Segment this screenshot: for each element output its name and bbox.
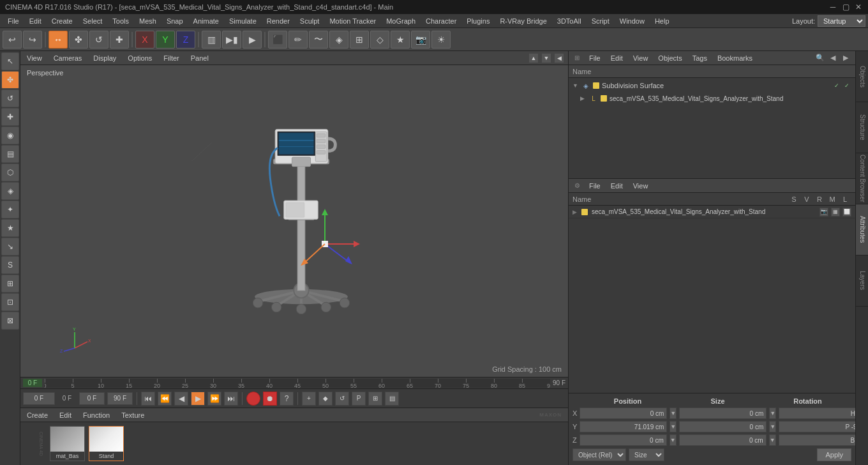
menu-simulate[interactable]: Simulate (224, 16, 262, 26)
subdivision-render-icon[interactable]: ✓ (842, 81, 851, 90)
obj-menu-edit[interactable]: Edit (608, 53, 625, 63)
menu-tools[interactable]: Tools (107, 16, 134, 26)
tool-select-circle[interactable]: ◉ (1, 126, 19, 144)
viewport-3d[interactable]: Perspective (20, 65, 568, 377)
render-region-button[interactable]: ▥ (202, 31, 221, 49)
start-frame-input[interactable] (79, 392, 105, 405)
tab-attributes[interactable]: Attributes (856, 204, 868, 255)
tool-hex[interactable]: ⬡ (1, 164, 19, 181)
obj-menu-view[interactable]: View (631, 53, 651, 63)
redo-button[interactable]: ↪ (23, 31, 42, 49)
obj-menu-objects[interactable]: Objects (655, 53, 684, 63)
layout-select[interactable]: Startup Standard Animate (818, 15, 865, 27)
goto-start-button[interactable]: ⏮ (141, 392, 155, 406)
tool-star[interactable]: ✦ (1, 201, 19, 218)
pos-y-dropdown[interactable]: ▼ (670, 421, 677, 432)
p-button[interactable]: P (352, 392, 366, 406)
size-z-input[interactable] (679, 434, 767, 446)
x-axis-button[interactable]: X (135, 31, 154, 49)
vp-menu-display[interactable]: Display (91, 53, 119, 63)
menu-window[interactable]: Window (615, 16, 650, 26)
ik-button[interactable]: ↺ (335, 392, 349, 406)
pos-y-input[interactable] (580, 421, 667, 432)
render-picture-viewer-button[interactable]: ▶▮ (222, 31, 241, 49)
tool-grid2[interactable]: ⊡ (1, 293, 19, 311)
expand-arrow-mesh[interactable]: ▶ (580, 95, 587, 102)
obj-menu-bookmarks[interactable]: Bookmarks (715, 53, 755, 63)
pen-button[interactable]: ✏ (288, 31, 308, 49)
menu-edit[interactable]: Edit (24, 16, 47, 26)
tab-content-browser[interactable]: Content Browser (856, 153, 868, 204)
vp-menu-options[interactable]: Options (125, 53, 154, 63)
transform-button[interactable]: ✚ (110, 31, 129, 49)
motion-path-button[interactable]: + (302, 392, 316, 406)
goto-end-button[interactable]: ⏭ (224, 392, 238, 406)
size-x-input[interactable] (679, 408, 767, 419)
expand-arrow-subdivision[interactable]: ▼ (572, 82, 579, 89)
vp-menu-panel[interactable]: Panel (188, 53, 211, 63)
rot-h-input[interactable] (779, 408, 866, 419)
menu-create[interactable]: Create (47, 16, 78, 26)
menu-motion-tracker[interactable]: Motion Tracker (324, 16, 381, 26)
obj-nav-right-icon[interactable]: ▶ (840, 52, 851, 64)
object-row-mesh[interactable]: ▶ L seca_mVSA_535_Medical_Vital_Signs_An… (578, 92, 854, 105)
restore-button[interactable]: ▢ (841, 3, 850, 11)
vp-menu-view[interactable]: View (24, 53, 45, 63)
array-button[interactable]: ⊞ (350, 31, 369, 49)
material-swatch-mat-bas[interactable]: mat_Bas (50, 426, 85, 461)
tool-scale[interactable]: ✚ (1, 108, 19, 126)
menu-mograph[interactable]: MoGraph (381, 16, 421, 26)
nurbs-button[interactable]: ◈ (329, 31, 348, 49)
timeline-track[interactable]: 0 5 10 15 20 25 30 35 40 45 50 55 60 65 … (45, 379, 550, 388)
mesh-vis-icon[interactable] (842, 94, 851, 103)
menu-sculpt[interactable]: Sculpt (295, 16, 325, 26)
cube-button[interactable]: ⬛ (268, 31, 287, 49)
rotate-tool-button[interactable]: ↺ (89, 31, 108, 49)
menu-snap[interactable]: Snap (161, 16, 188, 26)
dots-button[interactable]: ⊞ (368, 392, 382, 406)
tool-move[interactable]: ✤ (1, 71, 19, 89)
menu-mesh[interactable]: Mesh (134, 16, 161, 26)
tool-rotate[interactable]: ↺ (1, 89, 19, 107)
play-back-button[interactable]: ◀ (174, 392, 188, 406)
current-frame-input[interactable] (23, 392, 55, 405)
subdivision-vis-icon[interactable]: ✓ (832, 81, 841, 90)
tool-arrow[interactable]: ↖ (1, 52, 19, 70)
z-axis-button[interactable]: Z (176, 31, 195, 49)
obj-menu-file[interactable]: File (587, 53, 603, 63)
size-z-dropdown[interactable]: ▼ (769, 434, 776, 446)
size-x-dropdown[interactable]: ▼ (769, 408, 776, 419)
close-button[interactable]: ✕ (854, 3, 863, 11)
tool-grid1[interactable]: ⊞ (1, 275, 19, 293)
menu-render[interactable]: Render (262, 16, 295, 26)
mat-menu-edit[interactable]: Edit (57, 410, 74, 420)
menu-character[interactable]: Character (421, 16, 461, 26)
mat-menu-create[interactable]: Create (24, 410, 50, 420)
move-tool-button[interactable]: ↔ (49, 31, 68, 49)
tool-diamond[interactable]: ◈ (1, 182, 19, 200)
attr-camera-tag[interactable]: 📷 (819, 208, 828, 217)
tool-polygon[interactable]: ▤ (1, 145, 19, 163)
tab-objects[interactable]: Objects (856, 51, 868, 102)
attr-texture-tag[interactable]: ▦ (831, 208, 840, 217)
tool-star2[interactable]: ★ (1, 219, 19, 237)
size-y-dropdown[interactable]: ▼ (769, 421, 776, 432)
menu-3dtoall[interactable]: 3DToAll (552, 16, 587, 26)
attr-menu-edit[interactable]: Edit (608, 181, 625, 191)
apply-button[interactable]: Apply (817, 448, 851, 461)
coord-size-select[interactable]: Size Scale (629, 448, 664, 461)
object-row-subdivision[interactable]: ▼ ◈ Subdivision Surface ✓ ✓ (570, 79, 854, 92)
obj-menu-tags[interactable]: Tags (690, 53, 710, 63)
obj-nav-left-icon[interactable]: ◀ (827, 52, 839, 64)
tab-layers[interactable]: Layers (856, 255, 868, 307)
menu-vray[interactable]: R-VRay Bridge (495, 16, 551, 26)
vp-ctrl-1[interactable]: ▲ (528, 53, 539, 63)
vp-menu-filter[interactable]: Filter (161, 53, 181, 63)
mat-menu-texture[interactable]: Texture (119, 410, 147, 420)
record-info-button[interactable]: ? (280, 392, 294, 406)
pos-z-input[interactable] (580, 434, 667, 446)
pos-z-dropdown[interactable]: ▼ (670, 434, 677, 446)
attr-row-mesh[interactable]: ▶ seca_mVSA_535_Medical_Vital_Signs_Anal… (569, 206, 855, 218)
tool-s[interactable]: S (1, 256, 19, 274)
tab-structure[interactable]: Structure (856, 102, 868, 153)
